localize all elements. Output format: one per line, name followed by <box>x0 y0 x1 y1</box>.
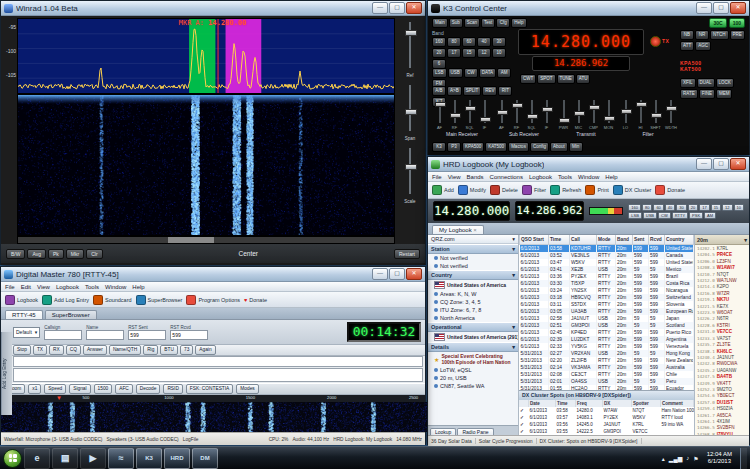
k3-slider-rf[interactable]: RF <box>511 100 522 130</box>
k3-top-test-button[interactable]: Test <box>481 18 495 28</box>
k3-right-xfil-button[interactable]: XFIL <box>680 78 696 88</box>
toolbar-filter[interactable]: Filter <box>522 185 546 195</box>
add-log-entry-side-tab[interactable]: Add Log Entry <box>1 332 12 415</box>
log-table-row[interactable]: 6/1/201303:30TI5XPRTTY20m599599Costa Ric… <box>520 280 694 287</box>
taskbar-app-ie[interactable]: e <box>24 448 50 469</box>
menu-file[interactable]: File <box>432 174 442 180</box>
k3-mid-cwt-button[interactable]: CWT <box>520 74 536 84</box>
menu-window[interactable]: Window <box>105 284 126 290</box>
log-table-row[interactable]: 6/1/201303:11S57DXRTTY20m599599Slovenia <box>520 301 694 308</box>
logbook-minimize-button[interactable]: — <box>696 158 712 170</box>
mode-rtty-button[interactable]: RTTY <box>672 212 688 219</box>
mode-am-button[interactable]: AM <box>704 212 716 219</box>
cluster-column[interactable]: Date <box>529 400 556 407</box>
k3-slider-hi[interactable]: HI <box>635 100 646 130</box>
tray-up-arrow-icon[interactable]: ▴ <box>662 455 665 462</box>
k3-right-lock-button[interactable]: LOCK <box>716 78 734 88</box>
waterfall-display[interactable] <box>17 94 395 236</box>
logbook-close-button[interactable]: ✕ <box>730 158 746 170</box>
k3-band-20-button[interactable]: 20 <box>432 48 446 58</box>
toolbar-add[interactable]: Add <box>432 185 454 195</box>
k3-bottom-min-button[interactable]: Min <box>569 142 583 152</box>
bottom-tab-radio-pane[interactable]: Radio Pane <box>457 428 493 435</box>
cluster-row[interactable]: ✓6/1/201303:5614245.0JA1NUTK7RL59 into W… <box>519 421 694 428</box>
wf-afc-control[interactable]: AFC <box>115 384 133 394</box>
k3-bottom-p3-button[interactable]: P3 <box>447 142 461 152</box>
macro-btu-button[interactable]: BTU <box>160 345 178 355</box>
tab-rtty-45[interactable]: RTTY-45 <box>5 310 43 319</box>
k3-rx-nr-button[interactable]: NR <box>695 30 709 40</box>
macro-cq-button[interactable]: CQ <box>66 345 81 355</box>
sdr-minimize-button[interactable]: — <box>372 2 388 14</box>
wf-signal-control[interactable]: Signal <box>69 384 90 394</box>
logbook-maximize-button[interactable]: ▢ <box>713 158 729 170</box>
k3-vfo-rit-button[interactable]: RIT <box>498 86 512 96</box>
macro-name-qth-button[interactable]: Name/QTH <box>109 345 141 355</box>
status-segment[interactable]: DX Cluster: Spots on HB9DRV-9 [DXSpider] <box>540 438 642 444</box>
k3-band-17-button[interactable]: 17 <box>447 48 461 58</box>
k3-slider-if[interactable]: IF <box>479 100 490 130</box>
toolbar-program-options[interactable]: Program Options <box>186 295 240 305</box>
k3-vfo-split-button[interactable]: SPLIT <box>463 86 482 96</box>
log-table-row[interactable]: 5/31/201302:20ZL2IFBRTTY20m599599New Zea… <box>520 357 694 364</box>
sdr-maximize-button[interactable]: ▢ <box>389 2 405 14</box>
cluster-column[interactable]: Comment <box>661 400 694 407</box>
ref-slider[interactable]: Ref <box>399 20 421 78</box>
log-table-row[interactable]: 6/1/201303:47W5KVRTTY20m599599United Sta… <box>520 259 694 266</box>
k3-band-12-button[interactable]: 12 <box>477 48 491 58</box>
k3-right-fine-button[interactable]: FINE <box>699 89 715 99</box>
k3-bottom-macros-button[interactable]: Macros <box>508 142 529 152</box>
wf-modes-control[interactable]: Modes <box>236 384 258 394</box>
menu-help[interactable]: Help <box>605 174 617 180</box>
span-slider[interactable]: Span <box>399 83 421 141</box>
cluster-row[interactable]: ✓6/1/201303:5714083.1PY2EXW5KVRTTY loud <box>519 414 694 421</box>
log-column-time[interactable]: Time <box>549 235 570 245</box>
bandmap-header[interactable]: 20m ▾ <box>695 235 749 245</box>
menu-logbook[interactable]: Logbook <box>56 284 79 290</box>
band-30-button[interactable]: 30 <box>676 204 686 211</box>
k3-mode-lsb-button[interactable]: LSB <box>432 68 447 78</box>
k3-slider-cmp[interactable]: CMP <box>588 100 599 130</box>
k3-slider-lo[interactable]: LO <box>620 100 631 130</box>
toolbar-refresh[interactable]: Refresh <box>550 185 581 195</box>
menu-view[interactable]: View <box>448 174 461 180</box>
k3-band-10-button[interactable]: 10 <box>492 48 506 58</box>
log-column-sent[interactable]: Sent <box>633 235 649 245</box>
k3-slider-sql[interactable]: SQL <box>464 100 475 130</box>
k3-mid-spot-button[interactable]: SPOT <box>537 74 555 84</box>
toolbar-dx-cluster[interactable]: DX Cluster <box>613 185 652 195</box>
dm780-titlebar[interactable]: Digital Master 780 [RTTY-45] — ▢ ✕ <box>1 267 425 282</box>
macro-set-combo[interactable]: Default▾ <box>13 327 40 338</box>
cluster-column[interactable]: Spotter <box>632 400 661 407</box>
k3-slider-sql[interactable]: SQL <box>526 100 537 130</box>
k3-bottom-kat500-button[interactable]: KAT500 <box>485 142 507 152</box>
log-table-row[interactable]: 6/1/201303:24YN2SXRTTY20m599599Nicaragua <box>520 287 694 294</box>
macro-again-button[interactable]: Again <box>195 345 215 355</box>
band-17-button[interactable]: 17 <box>699 204 709 211</box>
band-160-button[interactable]: 160 <box>628 204 641 211</box>
log-column-band[interactable]: Band <box>616 235 633 245</box>
toolbar-logbook[interactable]: Logbook <box>5 295 38 305</box>
menu-help[interactable]: Help <box>132 284 144 290</box>
sdr-titlebar[interactable]: Winrad 1.04 Beta — ▢ ✕ <box>1 1 425 16</box>
k3-mode-cw-button[interactable]: CW <box>464 68 478 78</box>
toolbar-superbrowser[interactable]: SuperBrowser <box>136 295 183 305</box>
bottom-tab-lookup[interactable]: Lookup <box>430 428 456 435</box>
k3-badge-100[interactable]: 100 <box>729 18 745 28</box>
taskbar-clock[interactable]: 12:04 AM 6/1/2013 <box>703 451 736 465</box>
cluster-column[interactable] <box>519 400 529 407</box>
log-table-row[interactable]: 6/1/201302:51GM3POIUSB20m5959Scotland <box>520 322 694 329</box>
taskbar-app-sdr[interactable]: ≈ <box>108 448 134 469</box>
k3-rx-ntch-button[interactable]: NTCH <box>710 30 729 40</box>
k3-mid-atu-button[interactable]: ATU <box>576 74 591 84</box>
log-table-row[interactable]: 6/1/201302:58JA1NUTUSB20m5959Japan <box>520 315 694 322</box>
k3-close-button[interactable]: ✕ <box>730 2 746 14</box>
toolbar-delete[interactable]: Delete <box>490 185 518 195</box>
dm780-minimize-button[interactable]: — <box>372 268 388 280</box>
k3-slider-shft[interactable]: SHFT <box>650 100 661 130</box>
log-table-row[interactable]: 6/1/201303:18HB9CVQRTTY20m599599Switzerl… <box>520 294 694 301</box>
lookup-source-row[interactable]: QRZ.com ▾ <box>428 235 518 244</box>
macro-rig-button[interactable]: Rig <box>143 345 158 355</box>
log-column-mode[interactable]: Mode <box>597 235 616 245</box>
name-field[interactable]: Name <box>86 325 124 340</box>
